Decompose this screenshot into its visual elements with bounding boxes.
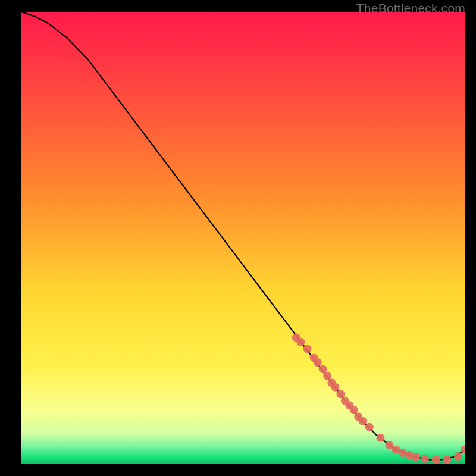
marker-dot <box>303 345 312 353</box>
marker-dot <box>432 455 440 464</box>
marker-dot <box>365 423 374 431</box>
marker-dot <box>296 338 305 346</box>
marker-dot <box>412 453 420 461</box>
marker-dot <box>454 452 462 461</box>
chart-svg <box>21 12 465 464</box>
gradient-background <box>21 12 465 464</box>
marker-dot <box>376 434 384 442</box>
plot-area <box>21 12 465 464</box>
marker-dot <box>443 455 451 464</box>
chart-stage: TheBottleneck.com <box>0 0 476 476</box>
marker-dot <box>359 417 367 425</box>
marker-dot <box>421 455 429 463</box>
marker-dot <box>314 358 322 367</box>
marker-dot <box>331 383 339 392</box>
